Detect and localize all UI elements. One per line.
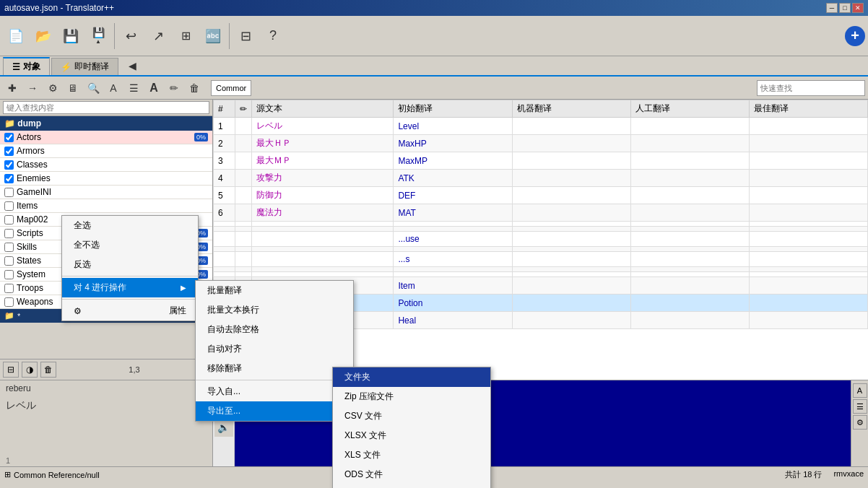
brush-button[interactable]: ✏: [165, 79, 183, 97]
ctx-import-from[interactable]: 导入自... ▶: [196, 382, 353, 401]
translation-text: レベル: [0, 396, 212, 455]
context-menu-2: 批量翻译 批量文本换行 自动去除空格 自动对齐 移除翻译 导入自... ▶ 导出…: [195, 280, 354, 422]
settings-button[interactable]: ⚙: [43, 79, 62, 97]
help-button[interactable]: ?: [260, 23, 286, 49]
ctx-sep2: [62, 299, 198, 300]
ctx-invert[interactable]: 反选: [62, 255, 198, 274]
tab-objects[interactable]: ☰ 对象: [3, 57, 50, 75]
quick-search-box[interactable]: [757, 80, 865, 96]
ctx-deselect-all[interactable]: 全不选: [62, 235, 198, 255]
status-left-text: Common Reference/null: [14, 471, 100, 479]
ctx-select-all[interactable]: 全选: [62, 216, 198, 235]
app-title: autosave.json - Translator++: [4, 3, 114, 13]
translation-label: reberu: [0, 380, 212, 396]
status-left: ⊞ Common Reference/null: [4, 470, 100, 479]
ctx-export-folder[interactable]: 文件夹: [333, 367, 490, 387]
ctx-properties-label: 属性: [169, 305, 186, 317]
font-size-button[interactable]: A: [104, 79, 123, 97]
side-btn-3[interactable]: ⚙: [853, 415, 867, 430]
status-total: 共計 18 行: [785, 469, 822, 480]
side-btn-1[interactable]: A: [853, 383, 867, 398]
ctx-export-ods[interactable]: ODS 文件: [333, 465, 490, 484]
ctx-operate-4[interactable]: 对 4 进行操作 ▶: [62, 278, 198, 297]
ctx-remove-space[interactable]: 自动去除空格: [196, 320, 353, 339]
bottom-side-panel: A ☰ ⚙: [851, 380, 868, 466]
line-number: 1: [0, 455, 212, 466]
save-button[interactable]: 💾: [58, 23, 84, 49]
ctx-sep1: [62, 276, 198, 276]
delete-button[interactable]: 🗑: [185, 79, 204, 97]
file-label: Commor: [216, 84, 246, 92]
close-button[interactable]: ✕: [852, 3, 864, 13]
ctx-auto-align[interactable]: 自动对齐: [196, 339, 353, 359]
context-menu-3: 文件夹 Zip 压缩文件 CSV 文件 XLSX 文件 XLS 文件 ODS 文…: [332, 367, 491, 488]
ctx-export-to[interactable]: 导出至... ▶: [196, 401, 353, 421]
translate-button[interactable]: 🔤: [200, 23, 226, 49]
save-as-button[interactable]: 💾▲: [85, 23, 111, 49]
ctx-export-xls[interactable]: XLS 文件: [333, 445, 490, 465]
title-bar: autosave.json - Translator++ ─ □ ✕: [0, 0, 868, 16]
side-btn-2[interactable]: ☰: [853, 399, 867, 414]
ctx-properties[interactable]: ⚙ 属性: [62, 301, 198, 321]
collapse-button[interactable]: ◀: [123, 56, 142, 75]
tab-instant-translate[interactable]: ⚡ 即时翻译: [51, 58, 118, 75]
ctx-import-label: 导入自...: [207, 385, 240, 398]
context-menu-overlay: 全选 全不选 反选 对 4 进行操作 ▶ ⚙ 属性 批量翻译 批量文本换行 自动…: [0, 100, 868, 380]
file-label-box: Commor: [211, 80, 251, 96]
new-button[interactable]: 📄: [3, 23, 29, 49]
columns-button[interactable]: ☰: [124, 79, 143, 97]
open-button[interactable]: 📂: [30, 23, 56, 49]
tab-instant-label: 即时翻译: [74, 61, 109, 73]
add-row-button[interactable]: ✚: [3, 79, 22, 97]
tab-bar: ☰ 对象 ⚡ 即时翻译 ◀: [0, 56, 868, 77]
font-button[interactable]: A: [144, 79, 163, 97]
format-button[interactable]: ⊟: [233, 23, 259, 49]
display-button[interactable]: 🖥: [64, 79, 82, 97]
status-grid-icon: ⊞: [4, 470, 11, 479]
ctx-operate-label: 对 4 进行操作: [74, 282, 126, 294]
maximize-button[interactable]: □: [839, 3, 851, 13]
gear-icon: ⚙: [74, 306, 82, 316]
undo-button[interactable]: ↩: [118, 23, 144, 49]
status-engine: rmvxace: [833, 469, 864, 480]
secondary-toolbar: ✚ → ⚙ 🖥 🔍 A ☰ A ✏ 🗑 Commor: [0, 77, 868, 100]
ctx-batch-newline[interactable]: 批量文本换行: [196, 300, 353, 320]
ctx-export-zip[interactable]: Zip 压缩文件: [333, 387, 490, 406]
bottom-left-panel: reberu レベル 1: [0, 380, 213, 466]
ctx-batch-translate[interactable]: 批量翻译: [196, 281, 353, 300]
ctx-export-csv[interactable]: CSV 文件: [333, 406, 490, 426]
context-menu-1: 全选 全不选 反选 对 4 进行操作 ▶ ⚙ 属性: [61, 215, 199, 321]
status-right: 共計 18 行 rmvxace: [785, 469, 864, 480]
ctx-sep3: [196, 380, 353, 380]
main-area: 📁 dump Actors 0% Armors Classes Enemies: [0, 100, 868, 380]
filter-button[interactable]: ⊞: [173, 23, 199, 49]
tab-objects-label: 对象: [23, 61, 40, 73]
toolbar-sep2: [229, 23, 230, 49]
instant-translate-icon: ⚡: [61, 62, 71, 72]
window-controls: ─ □ ✕: [826, 3, 864, 13]
export-button[interactable]: ↗: [145, 23, 171, 49]
ctx-export-label: 导出至...: [207, 405, 240, 417]
main-toolbar: 📄 📂 💾 💾▲ ↩ ↗ ⊞ 🔤 ⊟ ? +: [0, 16, 868, 56]
minimize-button[interactable]: ─: [826, 3, 838, 13]
ctx-submenu-arrow: ▶: [181, 284, 186, 292]
toolbar-sep1: [114, 23, 115, 49]
objects-icon: ☰: [12, 62, 20, 72]
ctx-export-xlsx[interactable]: XLSX 文件: [333, 426, 490, 445]
import-button[interactable]: →: [23, 79, 42, 97]
quick-search-input[interactable]: [760, 84, 862, 92]
ctx-export-html[interactable]: HTML 表格文件: [333, 484, 490, 488]
add-button[interactable]: +: [845, 26, 865, 46]
ctx-remove-trans[interactable]: 移除翻译: [196, 359, 353, 378]
find-button[interactable]: 🔍: [84, 79, 103, 97]
